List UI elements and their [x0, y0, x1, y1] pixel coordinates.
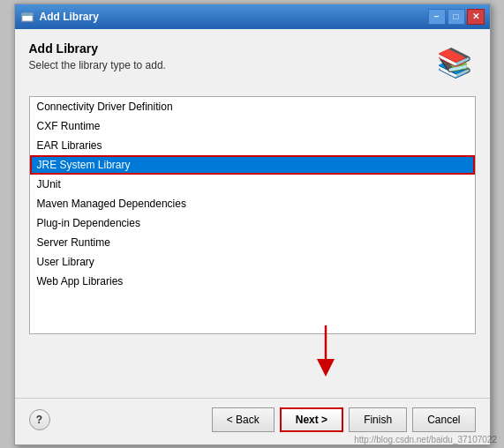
header-text: Add Library Select the library type to a…: [29, 41, 166, 71]
cancel-button[interactable]: Cancel: [412, 407, 475, 432]
footer-buttons: < Back Next > Finish Cancel: [212, 407, 476, 432]
list-item[interactable]: Connectivity Driver Definition: [30, 97, 475, 116]
list-item-user-library[interactable]: User Library: [30, 252, 475, 272]
svg-rect-1: [22, 13, 33, 16]
window-icon: [20, 10, 34, 24]
title-bar: Add Library – □ ✕: [15, 4, 490, 29]
library-list[interactable]: Connectivity Driver Definition CXF Runti…: [29, 96, 476, 334]
dialog-title: Add Library: [29, 41, 166, 56]
list-item[interactable]: EAR Libraries: [30, 136, 475, 155]
list-item-selected[interactable]: JRE System Library: [30, 155, 475, 175]
dialog-content: Add Library Select the library type to a…: [15, 29, 490, 391]
list-item[interactable]: Plug-in Dependencies: [30, 213, 475, 233]
finish-button[interactable]: Finish: [349, 407, 407, 432]
back-button[interactable]: < Back: [212, 407, 275, 432]
add-library-dialog: Add Library – □ ✕ Add Library Select the…: [14, 4, 491, 445]
next-button[interactable]: Next >: [280, 407, 343, 432]
watermark: http://blog.csdn.net/baidu_37107022: [354, 435, 497, 444]
help-button[interactable]: ?: [29, 409, 50, 430]
list-item[interactable]: Web App Libraries: [30, 272, 475, 291]
minimize-button[interactable]: –: [428, 9, 446, 25]
list-item[interactable]: CXF Runtime: [30, 116, 475, 136]
list-item[interactable]: JUnit: [30, 175, 475, 194]
annotation-arrow: [299, 325, 370, 378]
maximize-button[interactable]: □: [448, 9, 465, 25]
window-title: Add Library: [40, 11, 428, 23]
window-controls: – □ ✕: [428, 9, 485, 25]
footer-left: ?: [29, 409, 50, 430]
list-item[interactable]: Maven Managed Dependencies: [30, 194, 475, 213]
library-icon: 📚: [433, 41, 476, 84]
list-item[interactable]: Server Runtime: [30, 233, 475, 252]
header-section: Add Library Select the library type to a…: [29, 41, 476, 84]
dialog-subtitle: Select the library type to add.: [29, 59, 166, 71]
close-button[interactable]: ✕: [467, 9, 485, 25]
